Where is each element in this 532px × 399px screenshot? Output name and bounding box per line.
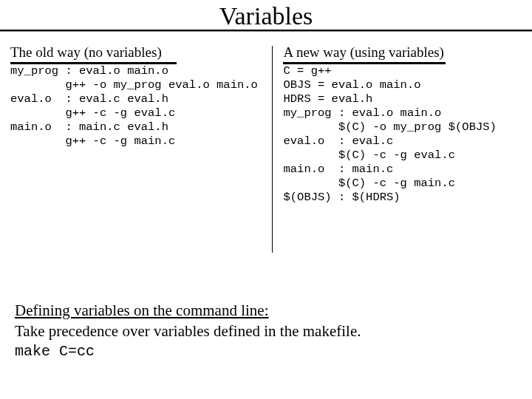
right-heading: A new way (using variables): [273, 44, 519, 61]
column-left: The old way (no variables) my_prog : eva…: [10, 44, 272, 253]
bottom-cmd: make C=cc: [15, 341, 517, 362]
slide: Variables The old way (no variables) my_…: [0, 0, 532, 399]
right-code: my_prog : eval.o main.o $(C) -o my_prog …: [273, 106, 519, 205]
column-right: A new way (using variables) C = g++ OBJS…: [273, 44, 519, 253]
columns: The old way (no variables) my_prog : eva…: [0, 44, 532, 253]
bottom-line2: Take precedence over variables defined i…: [15, 321, 517, 341]
left-code: my_prog : eval.o main.o g++ -o my_prog e…: [10, 64, 272, 149]
bottom-text: Defining variables on the command line: …: [15, 300, 517, 362]
title-bar: Variables: [0, 0, 532, 31]
left-heading: The old way (no variables): [10, 44, 272, 61]
bottom-line1: Defining variables on the command line:: [15, 301, 269, 319]
right-vars-code: C = g++ OBJS = eval.o main.o HDRS = eval…: [273, 64, 519, 106]
title-underline: [0, 30, 532, 32]
slide-title: Variables: [0, 1, 532, 31]
